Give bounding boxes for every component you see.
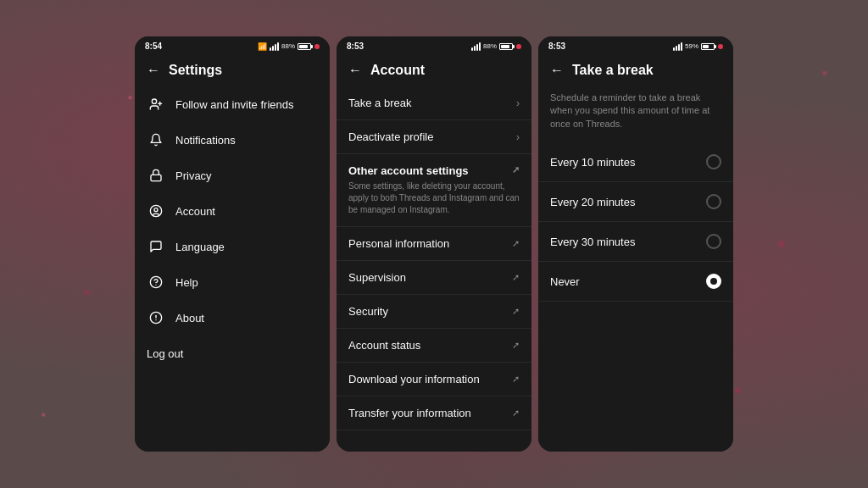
personal-info-item[interactable]: Personal information ➚: [337, 227, 531, 261]
svg-rect-3: [151, 175, 161, 180]
transfer-info-item[interactable]: Transfer your information ➚: [337, 396, 531, 430]
external-link-icon-other: ➚: [512, 164, 520, 175]
take-a-break-panel: 8:53 59% ← Take a break Schedule a remin…: [538, 36, 733, 452]
option-never[interactable]: Never: [538, 262, 733, 302]
account-status-label: Account status: [348, 339, 420, 352]
notification-dot-3: [718, 44, 723, 49]
info-circle-icon: [147, 308, 165, 327]
radio-30min[interactable]: [706, 234, 721, 249]
option-30min-label: Every 30 minutes: [550, 236, 635, 248]
deactivate-item[interactable]: Deactivate profile ›: [337, 120, 531, 154]
settings-item-follow[interactable]: Follow and invite friends: [135, 86, 330, 122]
logout-label: Log out: [147, 347, 183, 360]
option-20min-label: Every 20 minutes: [550, 196, 635, 208]
download-info-label: Download your information: [348, 373, 480, 385]
option-10min-label: Every 10 minutes: [550, 156, 635, 169]
battery-fill-3: [703, 45, 709, 48]
account-content: ← Account Take a break › Deactivate prof…: [337, 54, 531, 452]
status-time-1: 8:54: [145, 42, 162, 51]
privacy-label: Privacy: [175, 169, 212, 182]
account-status-item[interactable]: Account status ➚: [337, 329, 531, 363]
back-arrow-settings[interactable]: ←: [147, 63, 160, 78]
battery-icon-3: [701, 43, 715, 50]
settings-item-help[interactable]: Help: [135, 264, 330, 300]
radio-never[interactable]: [706, 274, 721, 289]
settings-item-account[interactable]: Account: [135, 193, 330, 229]
radio-20min[interactable]: [706, 194, 721, 209]
question-circle-icon: [147, 273, 165, 291]
logout-button[interactable]: Log out: [135, 339, 330, 369]
back-arrow-break[interactable]: ←: [550, 63, 564, 78]
notification-dot-2: [516, 44, 521, 49]
option-never-label: Never: [550, 275, 580, 288]
settings-item-about[interactable]: About: [135, 300, 330, 336]
about-label: About: [175, 312, 204, 324]
external-link-icon-supervision: ➚: [512, 272, 520, 283]
bell-icon: [147, 130, 165, 149]
settings-item-notifications[interactable]: Notifications: [135, 122, 330, 158]
wifi-icon: 📶: [258, 42, 267, 51]
settings-panel: 8:54 📶 88% ← Settings: [135, 36, 330, 452]
download-info-item[interactable]: Download your information ➚: [337, 363, 531, 396]
account-title: Account: [370, 63, 425, 78]
battery-icon-1: [298, 43, 311, 50]
signal-bars-2: [471, 42, 481, 51]
external-link-icon-status: ➚: [512, 340, 520, 351]
radio-10min[interactable]: [706, 154, 721, 169]
deactivate-label: Deactivate profile: [348, 130, 433, 143]
break-description: Schedule a reminder to take a break when…: [538, 86, 733, 142]
status-icons-2: 88%: [471, 42, 521, 51]
account-panel: 8:53 88% ← Account Take a break › Deacti…: [337, 36, 531, 452]
other-account-title-text: Other account settings: [348, 164, 469, 177]
other-account-title-row: Other account settings ➚: [348, 164, 520, 177]
option-10min[interactable]: Every 10 minutes: [538, 142, 733, 182]
battery-percent-3: 59%: [685, 42, 698, 50]
chevron-right-deactivate: ›: [516, 131, 520, 143]
svg-point-0: [152, 99, 156, 103]
svg-point-5: [154, 208, 158, 212]
person-plus-icon: [147, 95, 165, 114]
notifications-label: Notifications: [175, 134, 236, 147]
settings-title: Settings: [169, 63, 222, 78]
chat-bubble-icon: [147, 237, 165, 256]
follow-label: Follow and invite friends: [175, 98, 293, 111]
status-bar-2: 8:53 88%: [337, 36, 531, 54]
user-circle-icon: [147, 202, 165, 220]
settings-item-language[interactable]: Language: [135, 229, 330, 264]
external-link-icon-transfer: ➚: [512, 408, 520, 419]
break-title: Take a break: [572, 63, 654, 78]
status-bar-3: 8:53 59%: [538, 36, 733, 54]
take-a-break-label: Take a break: [348, 97, 411, 109]
security-item[interactable]: Security ➚: [337, 295, 531, 329]
status-bar-1: 8:54 📶 88%: [135, 36, 330, 54]
settings-item-privacy[interactable]: Privacy: [135, 158, 330, 193]
transfer-info-label: Transfer your information: [348, 407, 471, 419]
signal-bars-1: [270, 42, 279, 51]
battery-fill-1: [299, 45, 308, 48]
status-time-3: 8:53: [548, 42, 565, 51]
battery-icon-2: [499, 43, 513, 50]
status-icons-3: 59%: [673, 42, 723, 51]
battery-fill-2: [501, 45, 509, 48]
break-header: ← Take a break: [538, 54, 733, 86]
battery-percent-1: 88%: [281, 42, 295, 50]
other-account-desc: Some settings, like deleting your accoun…: [348, 180, 520, 216]
status-icons-1: 📶 88%: [258, 42, 320, 51]
supervision-item[interactable]: Supervision ➚: [337, 261, 531, 295]
take-a-break-item[interactable]: Take a break ›: [337, 86, 531, 120]
option-30min[interactable]: Every 30 minutes: [538, 222, 733, 262]
external-link-icon-download: ➚: [512, 374, 520, 385]
notification-dot-1: [314, 44, 320, 49]
other-account-section[interactable]: Other account settings ➚ Some settings, …: [337, 154, 531, 227]
battery-percent-2: 88%: [483, 42, 497, 50]
settings-content: ← Settings Follow and invite friends: [135, 54, 330, 452]
security-label: Security: [348, 305, 388, 318]
external-link-icon-personal: ➚: [512, 238, 520, 249]
language-label: Language: [175, 241, 225, 253]
back-arrow-account[interactable]: ←: [348, 63, 362, 78]
settings-header: ← Settings: [135, 54, 330, 86]
break-content: ← Take a break Schedule a reminder to ta…: [538, 54, 733, 452]
option-20min[interactable]: Every 20 minutes: [538, 182, 733, 222]
account-header: ← Account: [337, 54, 531, 86]
help-label: Help: [175, 276, 198, 289]
